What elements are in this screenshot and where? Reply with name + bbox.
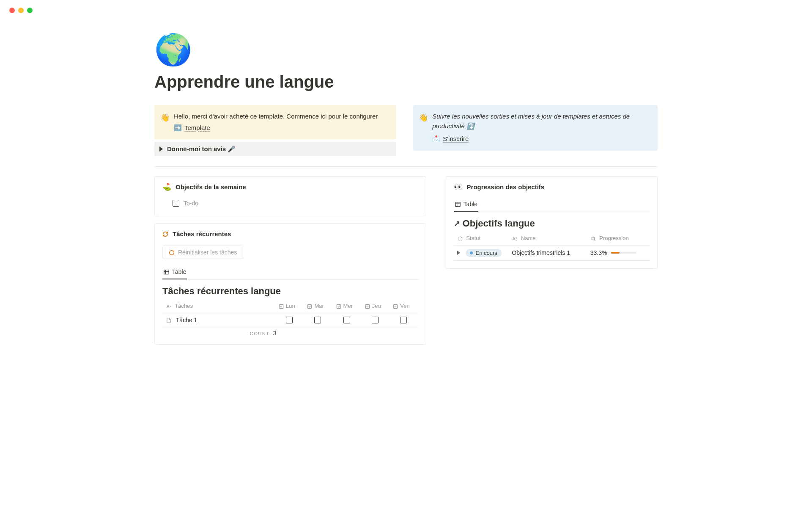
- page-title[interactable]: Apprendre une langue: [154, 72, 658, 91]
- todo-checkbox[interactable]: [173, 200, 179, 207]
- flag-icon: ⛳: [162, 182, 171, 191]
- status-label: En cours: [475, 250, 497, 256]
- recurring-db-title[interactable]: Tâches récurrentes langue: [162, 286, 418, 297]
- page-icon[interactable]: 🌍: [154, 34, 658, 65]
- progress-tab-label: Table: [464, 201, 477, 207]
- checkbox-property-icon: [392, 304, 398, 309]
- svg-rect-7: [394, 304, 398, 308]
- wave-icon: 👋: [419, 112, 428, 124]
- reset-tasks-label: Réinitialiser les tâches: [178, 249, 237, 256]
- progress-fill: [611, 252, 620, 254]
- arrow-right-icon: ➡️: [174, 123, 182, 133]
- status-dot-icon: [470, 251, 473, 254]
- callout-welcome: 👋 Hello, merci d'avoir acheté ce templat…: [154, 105, 396, 139]
- svg-rect-8: [455, 202, 460, 206]
- reset-spin-icon: [169, 249, 175, 256]
- template-link[interactable]: Template: [184, 123, 210, 133]
- wave-icon: 👋: [160, 112, 170, 124]
- checkbox-property-icon: [336, 304, 342, 309]
- open-link-icon: ↗: [454, 219, 460, 228]
- weekly-objectives-title: Objectifs de la semaine: [176, 183, 246, 190]
- cell-checkbox-thu[interactable]: [372, 317, 379, 323]
- svg-rect-0: [164, 270, 169, 274]
- progress-table-tab[interactable]: Table: [454, 198, 478, 212]
- recurring-table-tab[interactable]: Table: [162, 266, 187, 279]
- text-property-icon: [166, 304, 172, 309]
- checkbox-property-icon: [307, 304, 313, 309]
- mail-icon: 📩: [432, 134, 440, 144]
- weekly-objectives-card: ⛳ Objectifs de la semaine To-do: [154, 176, 426, 216]
- col-fri[interactable]: Ven: [400, 303, 409, 309]
- svg-rect-5: [337, 304, 340, 308]
- page-icon: [166, 317, 172, 323]
- recurring-tasks-card: Tâches récurrentes Réinitialiser les tâc…: [154, 223, 426, 345]
- recurring-tasks-table: Tâches Lun Mar Mer Jeu Ven: [162, 299, 418, 327]
- count-value: 3: [273, 330, 277, 337]
- status-badge[interactable]: En cours: [466, 249, 501, 257]
- table-row[interactable]: Tâche 1: [162, 313, 418, 327]
- count-label: COUNT: [250, 331, 269, 336]
- reset-tasks-button[interactable]: Réinitialiser les tâches: [162, 246, 243, 259]
- progress-title: Progression des objectifs: [467, 183, 544, 190]
- count-summary: COUNT 3: [162, 330, 418, 337]
- recurring-tab-label: Table: [172, 268, 186, 275]
- todo-placeholder: To-do: [184, 200, 198, 207]
- progress-card: 👀 Progression des objectifs Table ↗ Obje…: [446, 176, 658, 269]
- cell-checkbox-fri[interactable]: [400, 317, 407, 323]
- feedback-toggle[interactable]: Donne-moi ton avis 🎤: [154, 142, 396, 156]
- svg-rect-4: [308, 304, 312, 308]
- maximize-window-icon[interactable]: [27, 8, 33, 13]
- cell-checkbox-mon[interactable]: [286, 317, 293, 323]
- cell-checkbox-tue[interactable]: [314, 317, 321, 323]
- search-property-icon: [590, 236, 596, 242]
- checkbox-property-icon: [365, 304, 370, 309]
- callout-subscribe: 👋 Suivre les nouvelles sorties et mises …: [413, 105, 658, 151]
- col-wed[interactable]: Mer: [343, 303, 353, 309]
- progress-db-title[interactable]: ↗ Objectifs langue: [454, 218, 650, 229]
- toggle-triangle-icon: [159, 146, 163, 152]
- svg-rect-6: [365, 304, 369, 308]
- col-progress[interactable]: Progression: [599, 235, 628, 241]
- minimize-window-icon[interactable]: [18, 8, 24, 13]
- col-status[interactable]: Statut: [466, 235, 480, 241]
- row-name: Objectifs trimestriels 1: [508, 245, 587, 260]
- subscribe-link[interactable]: S'inscrire: [443, 134, 469, 144]
- col-task[interactable]: Tâches: [175, 303, 193, 309]
- recurring-tasks-title: Tâches récurrentes: [173, 230, 231, 237]
- close-window-icon[interactable]: [9, 8, 15, 13]
- binoculars-icon: 👀: [454, 182, 463, 191]
- col-tue[interactable]: Mar: [314, 303, 324, 309]
- feedback-toggle-label: Donne-moi ton avis 🎤: [167, 145, 236, 153]
- text-property-icon: [512, 236, 518, 242]
- callout-subscribe-text: Suivre les nouvelles sorties et mises à …: [432, 112, 650, 131]
- col-mon[interactable]: Lun: [286, 303, 295, 309]
- svg-point-12: [592, 237, 595, 240]
- row-task-name: Tâche 1: [176, 317, 198, 323]
- cell-checkbox-wed[interactable]: [343, 317, 350, 323]
- progress-bar: [611, 252, 636, 254]
- divider: [154, 166, 658, 167]
- table-row[interactable]: En cours Objectifs trimestriels 1 33.3%: [454, 245, 650, 260]
- callout-welcome-text: Hello, merci d'avoir acheté ce template.…: [174, 112, 388, 121]
- progress-table: Statut Name Progression: [454, 232, 650, 261]
- svg-point-11: [458, 237, 462, 240]
- col-name[interactable]: Name: [521, 235, 536, 241]
- svg-line-13: [594, 240, 595, 241]
- expand-row-icon[interactable]: [457, 251, 460, 255]
- col-thu[interactable]: Jeu: [372, 303, 381, 309]
- todo-item[interactable]: To-do: [162, 198, 418, 208]
- window-traffic-lights: [0, 0, 812, 13]
- progress-percent: 33.3%: [590, 249, 607, 256]
- checkbox-property-icon: [278, 304, 284, 309]
- status-property-icon: [457, 236, 463, 242]
- refresh-icon: [162, 229, 168, 238]
- svg-rect-3: [279, 304, 283, 308]
